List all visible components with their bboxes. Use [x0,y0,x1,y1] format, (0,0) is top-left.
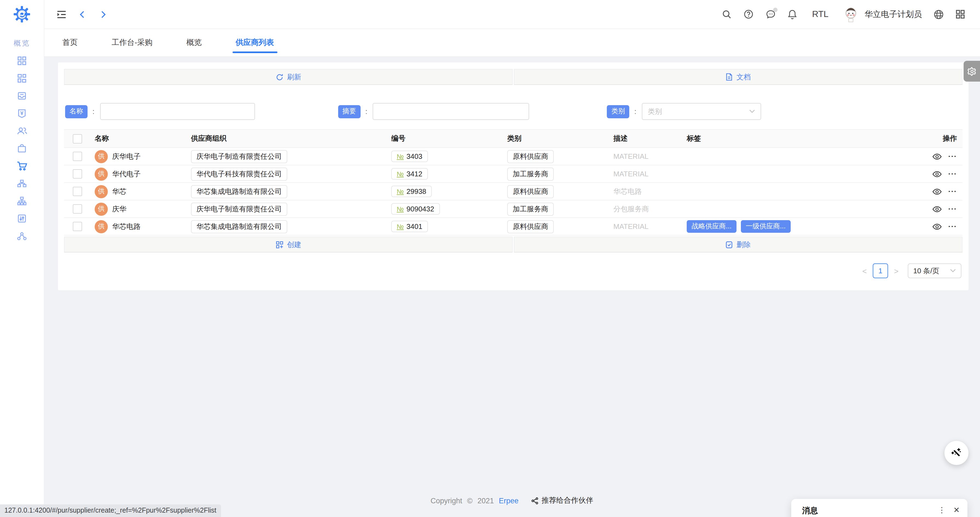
select-placeholder: 类别 [648,107,749,116]
notifications-button[interactable] [787,9,798,20]
select-all-checkbox[interactable] [73,134,82,143]
nav-forward-button[interactable] [97,9,108,20]
supplier-avatar: 供 [95,220,108,233]
supplier-name: 华芯电路 [112,222,141,231]
sidebar-item-finance[interactable] [12,109,32,118]
sidebar-item-warehouse[interactable] [12,196,32,206]
help-button[interactable] [743,9,754,20]
colon: : [635,107,636,116]
view-icon[interactable] [932,223,942,230]
sidebar-item-integration[interactable] [12,231,32,241]
row-checkbox[interactable] [73,204,82,214]
category-filter-select[interactable]: 类别 [642,103,761,120]
tab-overview[interactable]: 概览 [186,29,202,56]
page-number[interactable]: 1 [873,263,888,278]
avatar [843,6,859,22]
supplier-name: 华代电子 [112,169,141,179]
sidebar-item-hr[interactable] [12,126,32,136]
nav-back-button[interactable] [76,9,88,20]
view-icon[interactable] [932,171,942,177]
org-box: 庆华电子制造有限责任公司 [191,150,287,163]
refresh-icon [275,73,283,81]
reuse-tabs-bar: 首页 工作台-采购 概览 供应商列表 [44,29,980,57]
org-box: 华代电子科技有限责任公司 [191,167,287,180]
category-box: 原料供应商 [507,220,554,233]
create-icon [275,241,283,248]
view-icon[interactable] [932,188,942,195]
magic-wand-fab[interactable] [945,441,969,465]
sidebar: 概览 [0,0,45,517]
row-checkbox[interactable] [73,222,82,231]
cluster-icon [17,179,27,188]
sidebar-item-products[interactable] [12,144,32,153]
sidebar-item-workplace[interactable] [12,73,32,83]
delete-icon [725,241,733,248]
more-actions-button[interactable]: ··· [948,171,957,177]
number-box: №3412 [391,168,428,180]
prev-page-button[interactable]: < [861,266,868,275]
dashboard-grid-icon [17,56,27,66]
supplier-tag: 战略供应商... [687,220,737,233]
message-panel-title: 消息 [802,506,818,516]
language-button[interactable] [933,9,944,20]
colon: : [365,107,367,116]
supplier-number: 3401 [407,222,422,231]
category-box: 加工服务商 [507,167,554,180]
supplier-avatar: 供 [95,167,108,180]
row-checkbox[interactable] [73,169,82,179]
search-button[interactable] [721,9,732,20]
tab-workbench-purchase[interactable]: 工作台-采购 [111,29,153,56]
refresh-button[interactable]: 刷新 [64,69,513,85]
col-header-tags: 标签 [687,134,907,144]
page-size-select[interactable]: 10 条/页 [908,263,961,278]
message-panel-close-button[interactable]: ✕ [953,506,960,514]
more-actions-button[interactable]: ··· [948,189,957,194]
feedback-button[interactable] [765,9,776,20]
row-checkbox[interactable] [73,187,82,196]
brand-link[interactable]: Erpee [499,496,519,505]
more-actions-button[interactable]: ··· [948,224,957,229]
delete-button[interactable]: 删除 [514,236,963,252]
message-panel-menu-button[interactable]: ⋮ [938,506,946,514]
menu-fold-icon [56,9,67,19]
filter-category-badge: 类别 [607,105,630,118]
supplier-number: 9090432 [407,205,434,213]
sidebar-item-production[interactable] [12,179,32,188]
filter-bar: 名称 : 摘要 : 类别 : 类别 [64,103,963,120]
supplier-description: MATERIAL [613,222,648,231]
docs-button[interactable]: 文档 [514,69,963,85]
sidebar-item-settings[interactable] [12,214,32,223]
name-filter-input[interactable] [100,103,255,120]
summary-filter-input[interactable] [373,103,530,120]
next-page-button[interactable]: > [893,266,900,275]
copyright-symbol: © [467,496,473,505]
tab-supplier-list[interactable]: 供应商列表 [235,29,274,56]
globe-icon [933,9,943,19]
menu-fold-button[interactable] [56,9,67,20]
sidebar-item-dashboard[interactable] [12,56,32,66]
col-header-org: 供应商组织 [191,134,391,144]
row-checkbox[interactable] [73,152,82,161]
view-icon[interactable] [932,153,942,160]
user-menu[interactable]: 华立电子计划员 [843,6,922,22]
more-actions-button[interactable]: ··· [948,206,957,212]
number-box: №29938 [391,186,432,197]
share-link[interactable]: 推荐给合作伙伴 [531,496,593,506]
more-actions-button[interactable]: ··· [948,154,957,159]
appstore-icon [17,73,27,83]
shopping-bag-icon [17,144,27,153]
rtl-toggle[interactable]: RTL [812,9,829,19]
sidebar-item-documents[interactable] [12,91,32,101]
create-button[interactable]: 创建 [64,236,513,252]
category-box: 原料供应商 [507,185,554,198]
supplier-name: 华芯 [112,187,126,196]
view-icon[interactable] [932,206,942,212]
theme-settings-handle[interactable] [964,61,980,81]
control-panel-icon [17,214,27,223]
app-logo[interactable] [0,0,44,29]
sidebar-item-purchase[interactable] [12,161,32,171]
copyright-text: Copyright [431,496,462,505]
magic-wand-icon [950,447,963,459]
tab-home[interactable]: 首页 [62,29,78,56]
apps-button[interactable] [955,9,966,20]
